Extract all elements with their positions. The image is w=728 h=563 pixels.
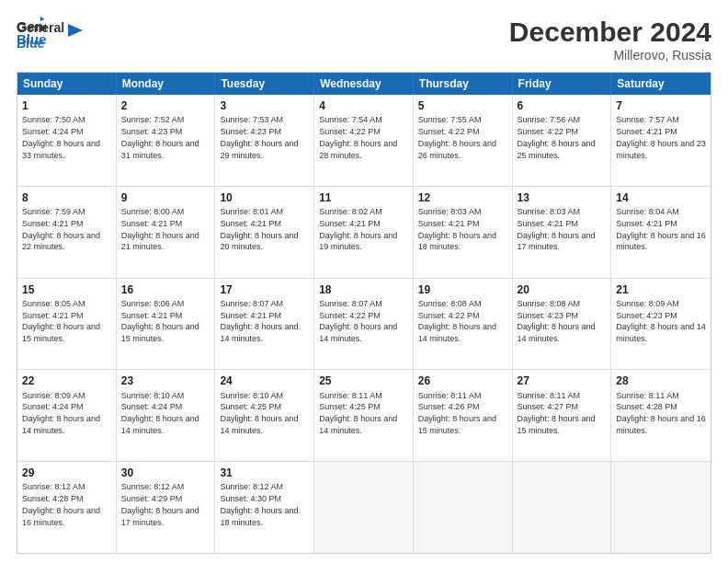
day-number: 28 xyxy=(616,373,706,388)
calendar-cell: 29 Sunrise: 8:12 AMSunset: 4:28 PMDaylig… xyxy=(17,462,117,553)
calendar-cell-empty xyxy=(611,462,711,553)
calendar-cell: 5 Sunrise: 7:55 AMSunset: 4:22 PMDayligh… xyxy=(414,95,513,186)
calendar-row: 29 Sunrise: 8:12 AMSunset: 4:28 PMDaylig… xyxy=(17,461,711,553)
day-number: 22 xyxy=(22,373,111,388)
day-number: 24 xyxy=(220,373,309,388)
calendar-title: December 2024 xyxy=(509,17,711,48)
calendar-cell: 9 Sunrise: 8:00 AMSunset: 4:21 PMDayligh… xyxy=(117,187,216,278)
cell-info: Sunrise: 8:08 AMSunset: 4:22 PMDaylight:… xyxy=(418,299,496,343)
cell-info: Sunrise: 7:53 AMSunset: 4:23 PMDaylight:… xyxy=(220,115,298,159)
cell-info: Sunrise: 8:03 AMSunset: 4:21 PMDaylight:… xyxy=(518,207,596,251)
day-number: 8 xyxy=(22,190,111,205)
logo-line1: General xyxy=(17,20,64,36)
calendar-cell: 23 Sunrise: 8:10 AMSunset: 4:24 PMDaylig… xyxy=(117,370,216,461)
calendar-cell: 20 Sunrise: 8:08 AMSunset: 4:23 PMDaylig… xyxy=(513,279,612,370)
calendar-cell: 19 Sunrise: 8:08 AMSunset: 4:22 PMDaylig… xyxy=(414,279,513,370)
day-number: 9 xyxy=(121,190,210,205)
cell-info: Sunrise: 8:12 AMSunset: 4:28 PMDaylight:… xyxy=(22,482,100,526)
calendar-cell: 25 Sunrise: 8:11 AMSunset: 4:25 PMDaylig… xyxy=(314,370,414,461)
calendar-cell: 24 Sunrise: 8:10 AMSunset: 4:25 PMDaylig… xyxy=(215,370,314,461)
day-number: 1 xyxy=(22,98,111,113)
day-number: 15 xyxy=(22,282,111,297)
calendar-row: 8 Sunrise: 7:59 AMSunset: 4:21 PMDayligh… xyxy=(17,186,711,278)
day-number: 5 xyxy=(418,98,507,113)
calendar-cell: 27 Sunrise: 8:11 AMSunset: 4:27 PMDaylig… xyxy=(513,370,612,461)
calendar-cell: 15 Sunrise: 8:05 AMSunset: 4:21 PMDaylig… xyxy=(17,279,117,370)
day-number: 2 xyxy=(121,98,210,113)
day-number: 18 xyxy=(319,282,408,297)
cell-info: Sunrise: 8:09 AMSunset: 4:23 PMDaylight:… xyxy=(616,299,706,343)
calendar-body: 1 Sunrise: 7:50 AMSunset: 4:24 PMDayligh… xyxy=(17,95,711,553)
day-number: 6 xyxy=(518,98,607,113)
calendar-cell-empty xyxy=(513,462,612,553)
day-number: 11 xyxy=(319,190,408,205)
logo: General Blue General Blue xyxy=(17,17,85,52)
calendar-row: 15 Sunrise: 8:05 AMSunset: 4:21 PMDaylig… xyxy=(17,278,711,370)
cell-info: Sunrise: 7:56 AMSunset: 4:22 PMDaylight:… xyxy=(518,115,596,159)
cal-header-day: Wednesday xyxy=(314,73,414,95)
calendar-cell: 4 Sunrise: 7:54 AMSunset: 4:22 PMDayligh… xyxy=(314,95,414,186)
day-number: 27 xyxy=(518,373,607,388)
cell-info: Sunrise: 8:08 AMSunset: 4:23 PMDaylight:… xyxy=(518,299,596,343)
cell-info: Sunrise: 8:10 AMSunset: 4:24 PMDaylight:… xyxy=(121,391,199,435)
calendar-cell: 8 Sunrise: 7:59 AMSunset: 4:21 PMDayligh… xyxy=(17,187,117,278)
day-number: 14 xyxy=(616,190,706,205)
cal-header-day: Monday xyxy=(117,73,216,95)
cell-info: Sunrise: 7:57 AMSunset: 4:21 PMDaylight:… xyxy=(616,115,706,159)
calendar-cell: 14 Sunrise: 8:04 AMSunset: 4:21 PMDaylig… xyxy=(611,187,711,278)
day-number: 16 xyxy=(121,282,210,297)
cell-info: Sunrise: 8:12 AMSunset: 4:30 PMDaylight:… xyxy=(220,482,298,526)
calendar-subtitle: Millerovo, Russia xyxy=(509,48,711,63)
day-number: 29 xyxy=(22,465,111,480)
logo-line2: Blue xyxy=(17,36,64,52)
day-number: 7 xyxy=(616,98,706,113)
cell-info: Sunrise: 8:11 AMSunset: 4:28 PMDaylight:… xyxy=(616,391,706,435)
cal-header-day: Saturday xyxy=(611,73,711,95)
cal-header-day: Sunday xyxy=(17,73,117,95)
title-section: December 2024 Millerovo, Russia xyxy=(509,17,711,63)
cal-header-day: Tuesday xyxy=(215,73,314,95)
cell-info: Sunrise: 8:00 AMSunset: 4:21 PMDaylight:… xyxy=(121,207,199,251)
cell-info: Sunrise: 7:54 AMSunset: 4:22 PMDaylight:… xyxy=(319,115,397,159)
calendar-cell: 1 Sunrise: 7:50 AMSunset: 4:24 PMDayligh… xyxy=(17,95,117,186)
cell-info: Sunrise: 8:03 AMSunset: 4:21 PMDaylight:… xyxy=(418,207,496,251)
calendar-cell-empty xyxy=(314,462,414,553)
cell-info: Sunrise: 8:01 AMSunset: 4:21 PMDaylight:… xyxy=(220,207,298,251)
day-number: 30 xyxy=(121,465,210,480)
calendar-cell: 26 Sunrise: 8:11 AMSunset: 4:26 PMDaylig… xyxy=(414,370,513,461)
cell-info: Sunrise: 8:07 AMSunset: 4:21 PMDaylight:… xyxy=(220,299,298,343)
calendar-cell: 7 Sunrise: 7:57 AMSunset: 4:21 PMDayligh… xyxy=(611,95,711,186)
cal-header-day: Thursday xyxy=(414,73,513,95)
calendar-cell-empty xyxy=(414,462,513,553)
page: General Blue General Blue December 20 xyxy=(0,0,728,563)
day-number: 20 xyxy=(518,282,607,297)
cell-info: Sunrise: 8:11 AMSunset: 4:25 PMDaylight:… xyxy=(319,391,397,435)
cell-info: Sunrise: 7:55 AMSunset: 4:22 PMDaylight:… xyxy=(418,115,496,159)
calendar-cell: 16 Sunrise: 8:06 AMSunset: 4:21 PMDaylig… xyxy=(117,279,216,370)
cell-info: Sunrise: 8:11 AMSunset: 4:26 PMDaylight:… xyxy=(418,391,496,435)
cell-info: Sunrise: 8:07 AMSunset: 4:22 PMDaylight:… xyxy=(319,299,397,343)
calendar-cell: 17 Sunrise: 8:07 AMSunset: 4:21 PMDaylig… xyxy=(215,279,314,370)
calendar-cell: 6 Sunrise: 7:56 AMSunset: 4:22 PMDayligh… xyxy=(513,95,612,186)
calendar-cell: 21 Sunrise: 8:09 AMSunset: 4:23 PMDaylig… xyxy=(611,279,711,370)
logo-flag-icon xyxy=(66,22,85,40)
svg-marker-3 xyxy=(68,24,83,37)
calendar-cell: 3 Sunrise: 7:53 AMSunset: 4:23 PMDayligh… xyxy=(215,95,314,186)
cell-info: Sunrise: 8:11 AMSunset: 4:27 PMDaylight:… xyxy=(518,391,596,435)
day-number: 17 xyxy=(220,282,309,297)
header: General Blue General Blue December 20 xyxy=(17,17,711,63)
calendar-cell: 2 Sunrise: 7:52 AMSunset: 4:23 PMDayligh… xyxy=(117,95,216,186)
cell-info: Sunrise: 7:52 AMSunset: 4:23 PMDaylight:… xyxy=(121,115,199,159)
calendar-cell: 11 Sunrise: 8:02 AMSunset: 4:21 PMDaylig… xyxy=(314,187,414,278)
cell-info: Sunrise: 8:12 AMSunset: 4:29 PMDaylight:… xyxy=(121,482,199,526)
cell-info: Sunrise: 7:59 AMSunset: 4:21 PMDaylight:… xyxy=(22,207,100,251)
day-number: 23 xyxy=(121,373,210,388)
day-number: 21 xyxy=(616,282,706,297)
cell-info: Sunrise: 8:06 AMSunset: 4:21 PMDaylight:… xyxy=(121,299,199,343)
calendar-cell: 18 Sunrise: 8:07 AMSunset: 4:22 PMDaylig… xyxy=(314,279,414,370)
day-number: 12 xyxy=(418,190,507,205)
day-number: 31 xyxy=(220,465,309,480)
cell-info: Sunrise: 8:09 AMSunset: 4:24 PMDaylight:… xyxy=(22,391,100,435)
cell-info: Sunrise: 8:02 AMSunset: 4:21 PMDaylight:… xyxy=(319,207,397,251)
cell-info: Sunrise: 8:05 AMSunset: 4:21 PMDaylight:… xyxy=(22,299,100,343)
